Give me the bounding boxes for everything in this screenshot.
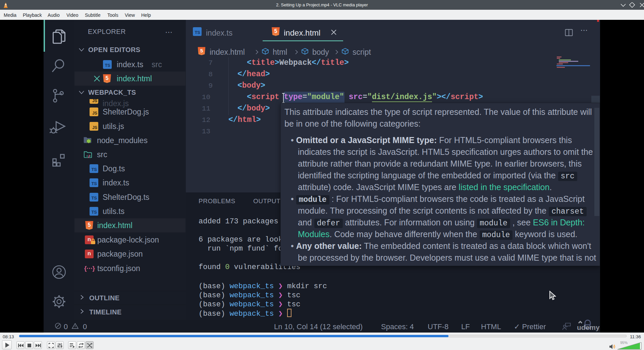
svg-text:<: < <box>86 154 88 158</box>
